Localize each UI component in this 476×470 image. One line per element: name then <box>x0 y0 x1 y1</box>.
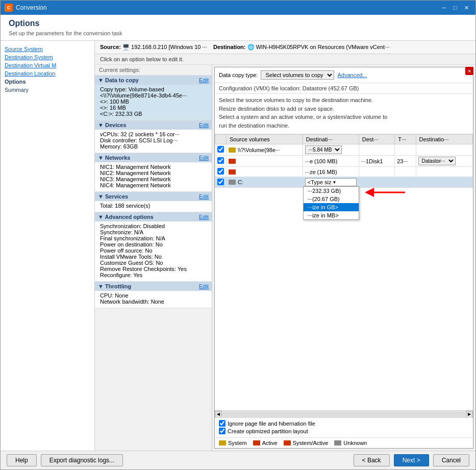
row3-checkbox[interactable] <box>217 168 224 175</box>
row1-checkbox[interactable] <box>217 146 224 153</box>
row4-checkbox-cell <box>215 177 227 188</box>
row1-dest-select[interactable]: ···5.84 MB <box>305 145 342 154</box>
dropdown-item-3[interactable]: ···ize in MB> <box>304 211 359 219</box>
adv-line-5: Install VMware Tools: No <box>100 254 209 260</box>
legend-system: System <box>219 440 247 446</box>
row4-checkbox[interactable] <box>217 179 224 185</box>
source-bar: Source: 🖥️ 192.168.0.210 [Windows 10 ···… <box>95 41 475 54</box>
desc-line-1: Resize destination disks to add or save … <box>219 105 469 113</box>
edit-advanced[interactable]: Edit <box>199 214 209 220</box>
active-disk-icon <box>229 159 236 164</box>
services-line-0: Total: 188 service(s) <box>100 203 209 209</box>
minimize-button[interactable]: ─ <box>439 4 449 12</box>
devices-line-2: Memory: 63GB <box>100 143 209 150</box>
checkbox-ignore-pagefile-label: Ignore page file and hibernation file <box>228 420 315 427</box>
copy-type-select[interactable]: Select volumes to copy Copy all volumes <box>261 70 334 80</box>
edit-networks[interactable]: Edit <box>199 155 209 161</box>
data-copy-line-3: <>: 16 MB <box>100 105 209 111</box>
legend-active: Active <box>253 440 278 446</box>
row1-source: \\?\Volume{98e··· <box>227 144 303 156</box>
section-body-advanced: Synchronization: Disabled Synchronize: N… <box>95 221 212 281</box>
right-panel: ✕ Data copy type: Select volumes to copy… <box>212 65 475 451</box>
volumes-data-table: Source volumes Destinati··· Dest··· T···… <box>215 134 473 188</box>
volumes-table: Source volumes Destinati··· Dest··· T···… <box>215 134 473 410</box>
checkbox-optimized-layout[interactable] <box>219 428 226 434</box>
checkbox-optimized-layout-row: Create optimized partition layout <box>219 428 469 434</box>
edit-data-to-copy[interactable]: Edit <box>199 77 209 83</box>
col-header-dest1: Destinati··· <box>303 135 359 144</box>
section-body-services: Total: 188 service(s) <box>95 201 212 212</box>
row3-dest: ···ze (16 MB) <box>303 167 359 177</box>
sidebar-item-destination-system[interactable]: Destination System <box>5 54 90 60</box>
section-header-services: ▼ Services Edit <box>95 192 212 201</box>
legend-system-label: System <box>228 440 247 446</box>
row2-destinatio-select[interactable]: Datastor··· <box>418 157 456 165</box>
advanced-link[interactable]: Advanced... <box>337 72 367 78</box>
edit-devices[interactable]: Edit <box>199 122 209 128</box>
dropdown-item-0[interactable]: ···232.33 GB) <box>304 187 359 195</box>
section-services: ▼ Services Edit Total: 188 service(s) <box>95 192 212 212</box>
section-throttling: ▼ Throttling Edit CPU: None Network band… <box>95 282 212 308</box>
row4-dropdown-menu: ···232.33 GB) ···(20.67 GB) ···ize in GB… <box>303 186 359 220</box>
dropdown-item-2[interactable]: ···ize in GB> <box>304 203 359 211</box>
table-row: C: <Type siz ▼ <box>215 177 473 188</box>
row2-dest2: ···1Disk1 <box>359 156 394 167</box>
maximize-button[interactable]: □ <box>450 4 460 12</box>
scroll-left-button[interactable]: ◀ <box>215 411 222 418</box>
adv-line-6: Customize Guest OS: No <box>100 260 209 266</box>
section-title-networks: ▼ Networks <box>98 155 130 161</box>
dropdown-item-1[interactable]: ···(20.67 GB) <box>304 195 359 203</box>
legend-active-icon <box>253 440 260 446</box>
section-body-networks: NIC1: Management Network NIC2: Managemen… <box>95 162 212 191</box>
main-content: Source System Destination System Destina… <box>1 41 475 451</box>
sidebar-item-destination-location[interactable]: Destination Location <box>5 70 90 77</box>
adv-line-4: Power off source: No <box>100 248 209 254</box>
close-button[interactable]: ✕ <box>461 4 471 12</box>
config-text: Configuration (VMX) file location: Datas… <box>215 83 473 94</box>
row1-destinatio <box>416 144 472 156</box>
section-networks: ▼ Networks Edit NIC1: Management Network… <box>95 153 212 192</box>
row4-dropdown-trigger[interactable]: <Type siz ▼ <box>305 178 357 186</box>
desc-line-3: run the destination machine. <box>219 121 469 130</box>
red-arrow <box>364 182 410 204</box>
right-panel-inner: ✕ Data copy type: Select volumes to copy… <box>214 67 473 449</box>
section-header-devices: ▼ Devices Edit <box>95 120 212 130</box>
scroll-right-button[interactable]: ▶ <box>466 411 473 418</box>
data-copy-line-4: <C:>: 232.33 GB <box>100 111 209 117</box>
help-button[interactable]: Help <box>7 454 37 466</box>
right-panel-close-button[interactable]: ✕ <box>465 67 473 75</box>
back-button[interactable]: < Back <box>354 454 390 466</box>
devices-line-1: Disk controller: SCSI LSI Log··· <box>100 137 209 143</box>
row1-type <box>395 144 416 156</box>
section-header-networks: ▼ Networks Edit <box>95 153 212 162</box>
row2-checkbox[interactable] <box>217 157 224 164</box>
scroll-track[interactable] <box>222 411 465 417</box>
sidebar-item-source-system[interactable]: Source System <box>5 46 90 52</box>
legend-unknown: Unknown <box>334 440 367 446</box>
throttle-line-1: Network bandwidth: None <box>100 299 209 305</box>
col-header-dest2: Dest··· <box>359 135 394 144</box>
section-title-devices: ▼ Devices <box>98 122 127 128</box>
section-devices: ▼ Devices Edit vCPUs: 32 (2 sockets * 16… <box>95 120 212 153</box>
edit-services[interactable]: Edit <box>199 193 209 200</box>
row2-type: 23··· <box>395 156 416 167</box>
checkboxes-row: Ignore page file and hibernation file Cr… <box>215 417 473 437</box>
sidebar-item-destination-virtual[interactable]: Destination Virtual M <box>5 62 90 68</box>
col-header-destinatio: Destinatio··· <box>416 135 472 144</box>
config-description: Select the source volumes to copy to the… <box>215 94 473 134</box>
copy-type-row: Data copy type: Select volumes to copy C… <box>215 67 473 83</box>
row3-source <box>227 167 303 177</box>
edit-throttling[interactable]: Edit <box>199 283 209 289</box>
row1-checkbox-cell <box>215 144 227 156</box>
cancel-button[interactable]: Cancel <box>433 454 469 466</box>
row2-checkbox-cell <box>215 156 227 167</box>
col-header-type: T··· <box>395 135 416 144</box>
page-subtitle: Set up the parameters for the conversion… <box>9 30 467 36</box>
desc-line-2: Select a system and an active volume, or… <box>219 113 469 121</box>
legend-sysact: System/Active <box>284 440 329 446</box>
section-title-throttling: ▼ Throttling <box>98 283 131 289</box>
checkbox-ignore-pagefile[interactable] <box>219 420 226 427</box>
next-button[interactable]: Next > <box>394 454 429 466</box>
export-logs-button[interactable]: Export diagnostic logs... <box>41 454 123 466</box>
section-body-throttling: CPU: None Network bandwidth: None <box>95 291 212 308</box>
